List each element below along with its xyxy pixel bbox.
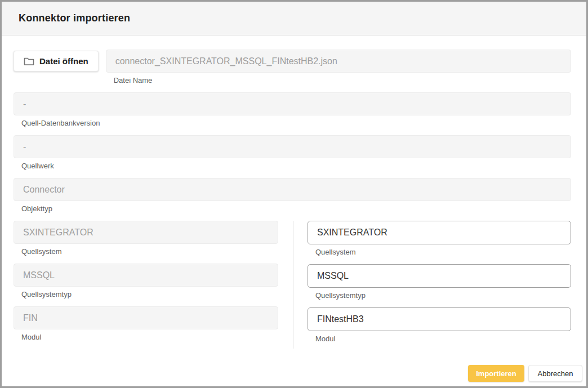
quellwerk-label: Quellwerk xyxy=(21,162,571,170)
target-quellsystemtyp-group: Quellsystemtyp xyxy=(308,264,571,300)
target-quellsystem-label: Quellsystem xyxy=(315,248,571,256)
open-file-button-label: Datei öffnen xyxy=(39,56,88,66)
target-column: Quellsystem Quellsystemtyp Modul xyxy=(308,221,571,351)
objekttyp-label: Objekttyp xyxy=(21,204,571,213)
quellwerk-group: - Quellwerk xyxy=(14,135,571,170)
source-modul-group: FIN Modul xyxy=(14,306,278,341)
folder-icon xyxy=(24,57,34,66)
target-quellsystemtyp-label: Quellsystemtyp xyxy=(315,291,571,300)
target-quellsystem-input[interactable] xyxy=(308,221,571,244)
file-name-field: connector_SXINTEGRATOR_MSSQL_FINtestHB2.… xyxy=(106,50,571,73)
objekttyp-group: Connector Objekttyp xyxy=(14,178,571,213)
source-quellsystem-group: SXINTEGRATOR Quellsystem xyxy=(14,221,278,256)
source-quellsystem-label: Quellsystem xyxy=(21,247,278,256)
source-db-version-group: - Quell-Datenbankversion xyxy=(14,92,571,127)
target-modul-group: Modul xyxy=(308,307,571,343)
source-quellsystemtyp-group: MSSQL Quellsystemtyp xyxy=(14,264,278,298)
target-quellsystem-group: Quellsystem xyxy=(308,221,571,256)
source-db-version-label: Quell-Datenbankversion xyxy=(21,119,571,127)
cancel-button[interactable]: Abbrechen xyxy=(528,365,582,382)
open-file-button[interactable]: Datei öffnen xyxy=(14,51,99,72)
target-quellsystemtyp-input[interactable] xyxy=(308,264,571,288)
file-row: Datei öffnen connector_SXINTEGRATOR_MSSQ… xyxy=(14,50,571,84)
target-modul-label: Modul xyxy=(315,335,571,343)
columns-section: SXINTEGRATOR Quellsystem MSSQL Quellsyst… xyxy=(14,221,571,351)
dialog-header: Konnektor importieren xyxy=(2,2,586,35)
file-name-label: Datei Name xyxy=(114,76,571,84)
source-quellsystem-field: SXINTEGRATOR xyxy=(14,221,278,244)
source-quellsystemtyp-label: Quellsystemtyp xyxy=(21,290,278,298)
target-modul-input[interactable] xyxy=(308,307,571,331)
source-column: SXINTEGRATOR Quellsystem MSSQL Quellsyst… xyxy=(14,221,278,351)
quellwerk-field: - xyxy=(14,135,571,158)
dialog-title: Konnektor importieren xyxy=(19,12,130,24)
dialog-body: Datei öffnen connector_SXINTEGRATOR_MSSQ… xyxy=(2,35,586,351)
source-db-version-field: - xyxy=(14,92,571,115)
import-button[interactable]: Importieren xyxy=(468,365,524,382)
objekttyp-field: Connector xyxy=(14,178,571,201)
file-name-group: connector_SXINTEGRATOR_MSSQL_FINtestHB2.… xyxy=(106,50,571,84)
source-modul-label: Modul xyxy=(21,333,278,341)
dialog-footer: Importieren Abbrechen xyxy=(468,365,582,382)
source-modul-field: FIN xyxy=(14,306,278,329)
source-quellsystemtyp-field: MSSQL xyxy=(14,264,278,287)
column-divider xyxy=(293,221,293,349)
